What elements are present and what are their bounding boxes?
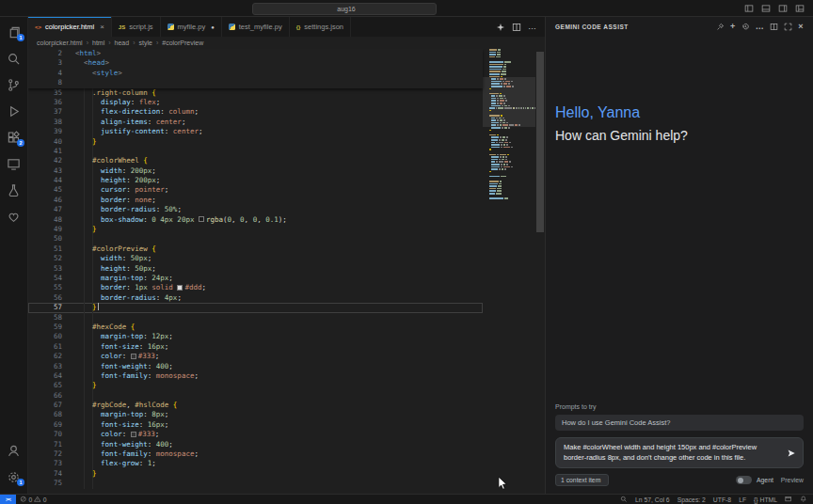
line-number[interactable]: 62 — [28, 352, 62, 361]
status-indentation[interactable]: Spaces: 2 — [674, 495, 709, 504]
activity-run-debug[interactable] — [0, 99, 27, 123]
line-number[interactable]: 67 — [28, 401, 62, 410]
code-line-2[interactable]: 2<html> — [28, 49, 483, 58]
code-line-74[interactable]: 74 } — [28, 469, 483, 479]
context-item-chip[interactable]: 1 context item — [555, 474, 609, 486]
status-encoding[interactable]: UTF-8 — [709, 495, 735, 504]
line-number[interactable]: 54 — [28, 274, 62, 283]
line-number[interactable]: 39 — [28, 127, 62, 136]
code-line-36[interactable]: 36 display: flex; — [28, 98, 483, 107]
code-line-60[interactable]: 60 margin-top: 12px; — [28, 332, 483, 341]
line-number[interactable]: 69 — [28, 420, 62, 430]
line-number[interactable]: 72 — [28, 449, 62, 459]
line-number[interactable]: 71 — [28, 440, 62, 449]
gemini-suggestion-chip[interactable]: How do I use Gemini Code Assist? — [555, 415, 804, 431]
code-line-56[interactable]: 56 border-radius: 4px; — [28, 293, 483, 303]
status-zoom-indicator[interactable] — [616, 495, 631, 504]
line-number[interactable]: 60 — [28, 332, 62, 341]
line-number[interactable]: 37 — [28, 107, 62, 117]
line-number[interactable]: 50 — [28, 234, 62, 244]
code-line-3[interactable]: 3 <head> — [28, 58, 483, 68]
activity-settings[interactable]: 1 — [0, 465, 27, 489]
line-number[interactable]: 8 — [28, 78, 62, 87]
status-eol[interactable]: LF — [735, 495, 750, 504]
modified-dot-icon[interactable]: ● — [211, 24, 215, 30]
line-number[interactable]: 58 — [28, 313, 62, 323]
status-cursor-position[interactable]: Ln 57, Col 6 — [631, 495, 674, 504]
line-number[interactable]: 74 — [28, 469, 62, 479]
line-number[interactable]: 36 — [28, 98, 62, 107]
code-line-71[interactable]: 71 font-weight: 400; — [28, 440, 483, 449]
line-number[interactable]: 57 — [28, 303, 62, 312]
line-number[interactable]: 53 — [28, 264, 62, 274]
minimap[interactable] — [483, 49, 535, 494]
breadcrumb-item[interactable]: style — [138, 39, 151, 46]
line-number[interactable]: 52 — [28, 254, 62, 263]
code-line-72[interactable]: 72 font-family: monospace; — [28, 449, 483, 459]
line-number[interactable]: 55 — [28, 283, 62, 292]
line-number[interactable]: 75 — [28, 479, 62, 488]
line-number[interactable]: 66 — [28, 391, 62, 401]
code-line-63[interactable]: 63 font-weight: 400; — [28, 362, 483, 371]
line-number[interactable]: 64 — [28, 371, 62, 381]
code-line-43[interactable]: 43 width: 200px; — [28, 166, 483, 176]
color-swatch[interactable] — [131, 432, 136, 437]
code-line-35[interactable]: 35 .right-column { — [28, 88, 483, 98]
line-number[interactable]: 49 — [28, 225, 62, 234]
gemini-chat-input[interactable]: Make #colorWheel width and height 150px … — [555, 437, 804, 468]
remote-indicator[interactable]: >< — [0, 495, 16, 504]
status-language-mode[interactable]: {} HTML — [750, 495, 781, 504]
activity-extensions[interactable]: 2 — [0, 125, 27, 150]
problems-indicator[interactable]: 00 — [16, 495, 51, 504]
line-number[interactable]: 38 — [28, 118, 62, 127]
code-editor[interactable]: 2<html>3 <head>4 <style>8 35 .right-colu… — [28, 49, 545, 494]
color-swatch[interactable] — [177, 285, 183, 291]
breadcrumb-item[interactable]: head — [115, 39, 130, 46]
code-line-48[interactable]: 48 box-shadow: 0 4px 20px rgba(0, 0, 0, … — [28, 215, 483, 225]
line-number[interactable]: 47 — [28, 205, 62, 214]
code-line-65[interactable]: 65 } — [28, 381, 483, 390]
line-number[interactable]: 59 — [28, 323, 62, 332]
tab-colorpicker.html[interactable]: <>colorpicker.html× — [28, 17, 112, 37]
line-number[interactable]: 65 — [28, 381, 62, 390]
line-number[interactable]: 3 — [28, 58, 62, 68]
close-icon[interactable]: × — [100, 24, 104, 31]
line-number[interactable]: 35 — [28, 88, 62, 98]
code-line-69[interactable]: 69 font-size: 16px; — [28, 420, 483, 430]
breadcrumb-item[interactable]: colorpicker.html — [37, 39, 83, 46]
code-line-4[interactable]: 4 <style> — [28, 69, 483, 78]
activity-gemini[interactable] — [0, 204, 27, 228]
tab-myfile.py[interactable]: myfile.py● — [161, 17, 222, 37]
activity-remote-explorer[interactable] — [0, 151, 27, 176]
breadcrumb-item[interactable]: html — [92, 39, 104, 46]
code-lines[interactable]: 35 .right-column {36 display: flex;37 fl… — [28, 88, 483, 489]
code-area[interactable]: 2<html>3 <head>4 <style>8 35 .right-colu… — [28, 49, 483, 494]
line-number[interactable]: 41 — [28, 147, 62, 156]
code-line-45[interactable]: 45 cursor: pointer; — [28, 185, 483, 195]
code-line-38[interactable]: 38 align-items: center; — [28, 118, 483, 127]
line-number[interactable]: 2 — [28, 49, 62, 58]
line-number[interactable]: 42 — [28, 156, 62, 165]
tab-script.js[interactable]: JSscript.js — [112, 17, 161, 37]
code-line-49[interactable]: 49 } — [28, 225, 483, 234]
line-number[interactable]: 56 — [28, 293, 62, 303]
code-line-44[interactable]: 44 height: 200px; — [28, 176, 483, 185]
color-swatch[interactable] — [199, 216, 204, 222]
status-editor-preview[interactable] — [781, 495, 796, 504]
line-number[interactable]: 4 — [28, 69, 62, 78]
code-line-51[interactable]: 51 #colorPreview { — [28, 244, 483, 254]
line-number[interactable]: 68 — [28, 410, 62, 419]
activity-testing[interactable] — [0, 178, 27, 202]
activity-explorer[interactable]: 1 — [0, 20, 27, 44]
code-line-47[interactable]: 47 border-radius: 50%; — [28, 205, 483, 214]
color-swatch[interactable] — [131, 354, 136, 359]
activity-search[interactable] — [0, 46, 27, 71]
code-line-62[interactable]: 62 color: #333; — [28, 352, 483, 361]
code-line-73[interactable]: 73 flex-grow: 1; — [28, 459, 483, 468]
code-line-37[interactable]: 37 flex-direction: column; — [28, 107, 483, 117]
line-number[interactable]: 44 — [28, 176, 62, 185]
code-line-64[interactable]: 64 font-family: monospace; — [28, 371, 483, 381]
status-notifications[interactable] — [796, 495, 811, 504]
code-line-40[interactable]: 40 } — [28, 137, 483, 147]
send-icon[interactable] — [787, 449, 796, 458]
